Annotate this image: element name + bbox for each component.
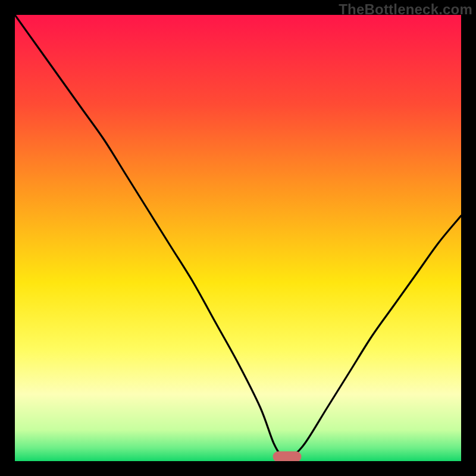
chart-frame: TheBottleneck.com	[0, 0, 476, 476]
chart-background	[15, 15, 461, 461]
chart-svg	[15, 15, 461, 461]
chart-plot-area	[15, 15, 461, 461]
optimal-marker	[273, 452, 302, 462]
